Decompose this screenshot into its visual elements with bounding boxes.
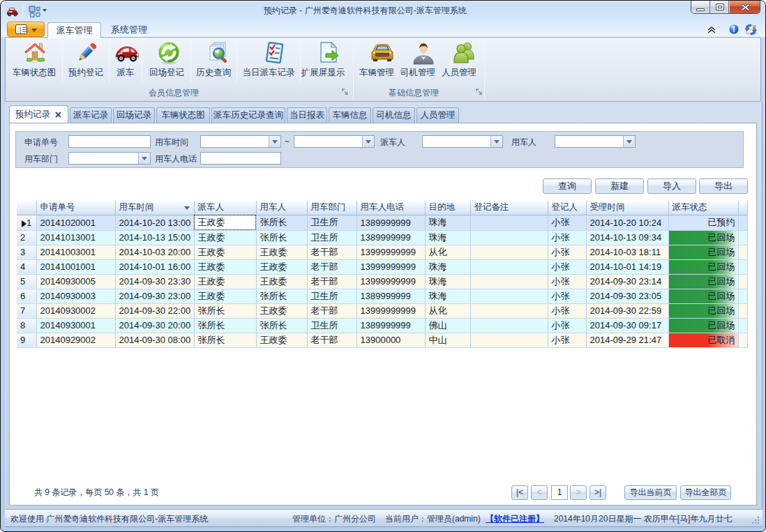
svg-text:i: i — [733, 26, 735, 33]
